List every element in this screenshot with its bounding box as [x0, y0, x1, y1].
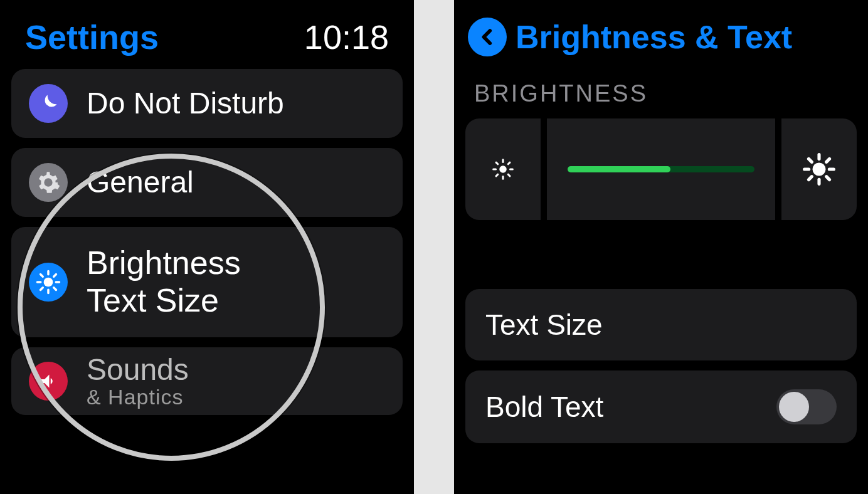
chevron-left-icon	[477, 26, 498, 48]
brightness-text-screen: Brightness & Text BRIGHTNESS	[454, 0, 868, 494]
sun-small-icon	[489, 155, 517, 184]
bold-text-toggle[interactable]	[776, 389, 837, 424]
row-label: Do Not Disturb	[87, 86, 284, 120]
row-label: Brightness Text Size	[87, 244, 241, 320]
row-label: Text Size	[485, 308, 603, 342]
svg-line-25	[808, 177, 812, 180]
brightness-bar	[568, 166, 754, 172]
svg-line-16	[496, 174, 498, 176]
row-text-size[interactable]: Text Size	[465, 289, 857, 360]
status-bar: Settings 10:18	[0, 0, 414, 69]
svg-line-15	[508, 174, 510, 176]
brightness-down-button[interactable]	[465, 118, 541, 220]
svg-line-23	[808, 159, 812, 162]
brightness-track[interactable]	[547, 118, 775, 220]
svg-point-18	[813, 163, 826, 176]
svg-line-14	[496, 162, 498, 164]
moon-icon	[29, 84, 68, 123]
row-label: Bold Text	[485, 390, 603, 424]
row-do-not-disturb[interactable]: Do Not Disturb	[11, 69, 403, 138]
row-brightness-text-size[interactable]: Brightness Text Size	[11, 227, 403, 337]
svg-line-6	[54, 288, 56, 290]
row-label: Sounds & Haptics	[87, 352, 189, 409]
settings-list: Do Not Disturb General	[0, 69, 414, 415]
nav-bar: Brightness & Text	[454, 0, 868, 73]
svg-line-17	[508, 162, 510, 164]
speaker-icon	[29, 362, 68, 401]
sun-icon	[29, 263, 68, 302]
section-header-brightness: BRIGHTNESS	[454, 73, 868, 118]
svg-line-7	[41, 288, 43, 290]
brightness-slider	[454, 118, 868, 220]
page-title: Brightness & Text	[516, 18, 792, 56]
svg-line-5	[41, 274, 43, 276]
svg-line-24	[827, 177, 830, 180]
row-bold-text[interactable]: Bold Text	[465, 370, 857, 443]
row-label: General	[87, 165, 194, 199]
row-sounds-haptics[interactable]: Sounds & Haptics	[11, 347, 403, 415]
page-title: Settings	[25, 18, 159, 56]
row-general[interactable]: General	[11, 148, 403, 217]
clock-time: 10:18	[304, 18, 389, 56]
brightness-fill	[568, 166, 670, 172]
brightness-up-button[interactable]	[781, 118, 857, 220]
toggle-knob	[779, 392, 809, 422]
gear-icon	[29, 163, 68, 202]
svg-line-26	[827, 159, 830, 162]
svg-point-9	[499, 166, 507, 173]
settings-screen: Settings 10:18 Do Not Disturb General	[0, 0, 414, 494]
svg-line-8	[54, 274, 56, 276]
sun-large-icon	[802, 152, 837, 187]
back-button[interactable]	[468, 18, 507, 56]
svg-point-0	[44, 277, 53, 286]
